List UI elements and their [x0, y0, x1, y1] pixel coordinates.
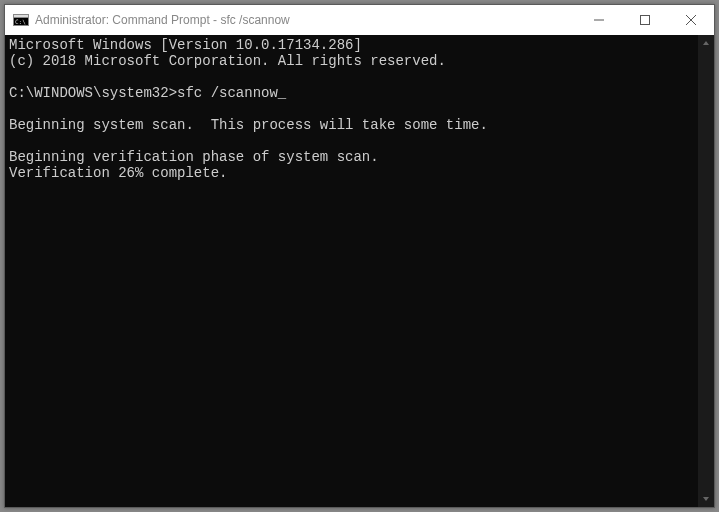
- verify-progress-message: Verification 26% complete.: [9, 165, 227, 181]
- window-title: Administrator: Command Prompt - sfc /sca…: [35, 13, 576, 27]
- os-header-line: Microsoft Windows [Version 10.0.17134.28…: [9, 37, 362, 53]
- vertical-scrollbar[interactable]: [698, 35, 714, 507]
- close-button[interactable]: [668, 5, 714, 35]
- window-controls: [576, 5, 714, 35]
- maximize-button[interactable]: [622, 5, 668, 35]
- typed-command: sfc /scannow: [177, 85, 278, 101]
- minimize-button[interactable]: [576, 5, 622, 35]
- cmd-app-icon: C:\: [13, 12, 29, 28]
- command-prompt-window: C:\ Administrator: Command Prompt - sfc …: [4, 4, 715, 508]
- scroll-down-arrow-icon[interactable]: [698, 491, 714, 507]
- text-cursor: _: [278, 85, 286, 101]
- console-output: Microsoft Windows [Version 10.0.17134.28…: [5, 35, 698, 507]
- console-area[interactable]: Microsoft Windows [Version 10.0.17134.28…: [5, 35, 714, 507]
- copyright-line: (c) 2018 Microsoft Corporation. All righ…: [9, 53, 446, 69]
- titlebar[interactable]: C:\ Administrator: Command Prompt - sfc …: [5, 5, 714, 35]
- svg-text:C:\: C:\: [15, 18, 26, 25]
- scroll-up-arrow-icon[interactable]: [698, 35, 714, 51]
- svg-marker-7: [703, 41, 709, 45]
- verify-phase-message: Beginning verification phase of system s…: [9, 149, 379, 165]
- svg-marker-8: [703, 497, 709, 501]
- prompt-path: C:\WINDOWS\system32>: [9, 85, 177, 101]
- scan-start-message: Beginning system scan. This process will…: [9, 117, 488, 133]
- svg-rect-4: [641, 16, 650, 25]
